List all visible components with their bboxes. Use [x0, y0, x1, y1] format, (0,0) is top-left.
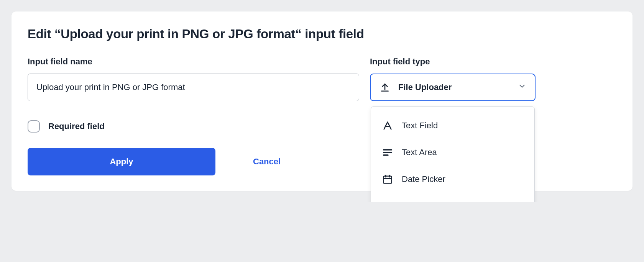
- upload-icon: [379, 82, 391, 93]
- field-name-group: Input field name: [28, 57, 359, 101]
- form-row: Input field name Input field type File U…: [28, 57, 616, 101]
- apply-button[interactable]: Apply: [28, 148, 215, 175]
- text-field-icon: [382, 120, 393, 131]
- dropdown-option-label: File Uploader: [402, 201, 452, 202]
- field-type-dropdown: Text Field Text Area: [371, 106, 535, 202]
- edit-input-field-panel: Edit “Upload your print in PNG or JPG fo…: [12, 11, 632, 191]
- dropdown-option-label: Text Area: [402, 147, 437, 157]
- cancel-button[interactable]: Cancel: [226, 149, 307, 174]
- field-type-select[interactable]: File Uploader Text Field: [370, 74, 536, 101]
- field-name-label: Input field name: [28, 57, 359, 67]
- svg-rect-3: [384, 176, 392, 183]
- required-checkbox[interactable]: [28, 120, 40, 133]
- field-name-input[interactable]: [28, 74, 359, 101]
- dropdown-option-text-field[interactable]: Text Field: [371, 112, 534, 139]
- dropdown-option-label: Text Field: [402, 121, 438, 131]
- text-area-icon: [382, 147, 393, 158]
- field-type-group: Input field type File Uploader: [370, 57, 536, 101]
- field-type-selected-label: File Uploader: [398, 82, 452, 92]
- page-title: Edit “Upload your print in PNG or JPG fo…: [28, 27, 616, 41]
- field-type-label: Input field type: [370, 57, 536, 67]
- required-label[interactable]: Required field: [48, 121, 105, 131]
- date-picker-icon: [382, 174, 393, 185]
- chevron-down-icon: [518, 82, 526, 93]
- dropdown-option-label: Date Picker: [402, 174, 445, 184]
- dropdown-option-file-uploader[interactable]: File Uploader: [371, 193, 534, 202]
- dropdown-option-text-area[interactable]: Text Area: [371, 139, 534, 166]
- file-uploader-icon: [382, 200, 393, 202]
- dropdown-option-date-picker[interactable]: Date Picker: [371, 166, 534, 193]
